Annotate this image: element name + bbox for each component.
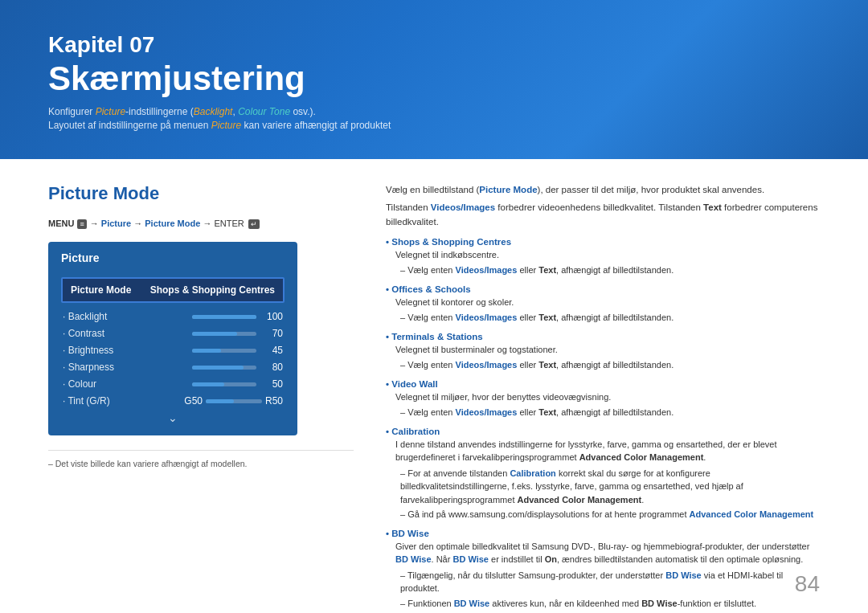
highlight-picture2: Picture xyxy=(211,120,241,131)
widget-row-label: Brightness xyxy=(63,345,113,356)
header-subtitle2: Layoutet af indstillingerne på menuen Pi… xyxy=(48,120,820,131)
enter-icon: ↵ xyxy=(248,219,260,229)
bullet-item: Offices & SchoolsVelegnet til kontorer o… xyxy=(386,284,820,325)
highlight-backlight: Backlight xyxy=(194,106,233,117)
widget-row-right: 80 xyxy=(192,362,283,373)
bullet-item: Terminals & StationsVelegnet til busterm… xyxy=(386,332,820,372)
page-header: Kapitel 07 Skærmjustering Konfigurer Pic… xyxy=(0,0,868,159)
sub-bullet: Funktionen BD Wise aktiveres kun, når en… xyxy=(400,597,820,611)
sub-bullet: Vælg enten Videos/Images eller Text, afh… xyxy=(400,406,820,419)
bullet-desc: Velegnet til kontorer og skoler. xyxy=(395,296,820,309)
bold-picture-mode: Picture Mode xyxy=(479,185,537,194)
bullet-desc: I denne tilstand anvendes indstillingern… xyxy=(395,438,820,464)
sub-highlight: Videos/Images xyxy=(456,265,518,275)
sub-highlight: Advanced Color Management xyxy=(690,509,814,519)
widget-row-value: 80 xyxy=(263,362,283,373)
widget-row: Contrast 70 xyxy=(61,328,285,339)
slider-fill xyxy=(192,315,256,319)
widget-row-value: 100 xyxy=(263,311,283,322)
sub-highlight2: BD Wise xyxy=(641,599,678,608)
sub-highlight: Videos/Images xyxy=(456,360,518,370)
slider-fill xyxy=(192,332,237,336)
widget-header: Picture xyxy=(61,251,285,269)
sub-bullet: Vælg enten Videos/Images eller Text, afh… xyxy=(400,264,820,277)
slider-bar xyxy=(192,366,256,370)
sub-highlight: BD Wise xyxy=(454,599,490,608)
widget-selected-label: Picture Mode xyxy=(71,284,131,296)
bullet-item: Video WallVelegnet til miljøer, hvor der… xyxy=(386,379,820,419)
sub-bullet: For at anvende tilstanden Calibration ko… xyxy=(400,467,820,507)
page-number: 84 xyxy=(795,571,820,597)
widget-row-right: 100 xyxy=(192,311,283,322)
widget-row: Colour 50 xyxy=(61,378,285,390)
menu-icon: ≡ xyxy=(77,219,86,229)
widget-row-right: 70 xyxy=(192,328,283,339)
tint-label: Tint (G/R) xyxy=(63,395,110,407)
menu-path: MENU ≡ → Picture → Picture Mode → ENTER … xyxy=(48,219,354,229)
tint-slider-fill xyxy=(206,399,234,403)
chevron-down-icon: ⌄ xyxy=(61,411,285,424)
widget-row-value: 50 xyxy=(263,378,283,390)
sub-highlight2: Text xyxy=(538,407,556,417)
bullet-item: CalibrationI denne tilstand anvendes ind… xyxy=(386,427,820,521)
tint-right: R50 xyxy=(265,395,283,407)
bullet-title: Video Wall xyxy=(386,379,820,389)
slider-fill xyxy=(192,366,244,370)
page-title: Skærmjustering xyxy=(48,59,820,98)
sub-highlight2: Text xyxy=(538,360,556,370)
slider-bar xyxy=(192,315,256,319)
tint-controls: G50 R50 xyxy=(184,395,283,407)
widget-row-right: 50 xyxy=(192,378,283,390)
widget-row-label: Colour xyxy=(63,378,96,390)
intro-text1: Vælg en billedtilstand (Picture Mode), d… xyxy=(386,183,820,197)
bullet-desc: Velegnet til miljøer, hvor der benyttes … xyxy=(395,390,820,404)
widget-row: Sharpness 80 xyxy=(61,362,285,373)
bullet-title: Shops & Shopping Centres xyxy=(386,237,820,247)
sub-bullet: Tilgængelig, når du tilslutter Samsung-p… xyxy=(400,569,820,595)
bullet-title: Calibration xyxy=(386,427,820,436)
sub-highlight: BD Wise xyxy=(665,570,702,580)
bullet-title: Offices & Schools xyxy=(386,284,820,294)
main-content: Picture Mode MENU ≡ → Picture → Picture … xyxy=(0,159,868,613)
tint-left: G50 xyxy=(184,395,203,407)
slider-bar xyxy=(192,382,256,386)
highlight-colourtone: Colour Tone xyxy=(238,106,290,117)
sub-bullet: Vælg enten Videos/Images eller Text, afh… xyxy=(400,311,820,325)
left-column: Picture Mode MENU ≡ → Picture → Picture … xyxy=(48,183,354,613)
sub-highlight: Videos/Images xyxy=(456,313,518,322)
widget-row-label: Sharpness xyxy=(63,362,114,373)
highlight-picture: Picture xyxy=(96,106,125,117)
widget-rows: Backlight 100 Contrast 70 Brightness 45 … xyxy=(61,311,285,390)
widget-row: Backlight 100 xyxy=(61,311,285,322)
slider-bar xyxy=(192,349,256,353)
bullet-item: BD WiseGiver den optimale billedkvalitet… xyxy=(386,529,820,611)
widget-row-right: 45 xyxy=(192,345,283,356)
bullets-container: Shops & Shopping CentresVelegnet til ind… xyxy=(386,237,820,611)
widget-row-label: Contrast xyxy=(63,328,104,339)
bullet-title: BD Wise xyxy=(386,529,820,538)
chapter-label: Kapitel 07 xyxy=(48,32,820,58)
widget-row: Brightness 45 xyxy=(61,345,285,356)
sub-bullet: Vælg enten Videos/Images eller Text, afh… xyxy=(400,358,820,372)
slider-fill xyxy=(192,382,224,386)
tint-row: Tint (G/R) G50 R50 xyxy=(61,395,285,407)
bullet-desc: Giver den optimale billedkvalitet til Sa… xyxy=(395,540,820,566)
sub-highlight: Calibration xyxy=(510,468,555,478)
bullet-title: Terminals & Stations xyxy=(386,332,820,341)
widget-selected-value: Shops & Shopping Centres xyxy=(150,284,275,296)
footnote: Det viste billede kan variere afhængigt … xyxy=(48,450,354,468)
intro-text2: Tilstanden Videos/Images forbedrer video… xyxy=(386,201,820,229)
header-subtitle1: Konfigurer Picture-indstillingerne (Back… xyxy=(48,106,820,117)
bullet-item: Shops & Shopping CentresVelegnet til ind… xyxy=(386,237,820,277)
sub-bullet: Gå ind på www.samsung.com/displaysolutio… xyxy=(400,508,820,521)
widget-row-value: 45 xyxy=(263,345,283,356)
picture-widget: Picture Picture Mode Shops & Shopping Ce… xyxy=(48,242,297,435)
sub-highlight2: Advanced Color Management xyxy=(518,495,642,505)
sub-highlight: Videos/Images xyxy=(456,407,518,417)
sub-highlight2: Text xyxy=(538,313,556,322)
slider-fill xyxy=(192,349,221,353)
bullet-desc: Velegnet til indkøbscentre. xyxy=(395,248,820,262)
slider-bar xyxy=(192,332,256,336)
bold-videos-images: Videos/Images xyxy=(431,202,495,212)
bullet-desc: Velegnet til busterminaler og togstation… xyxy=(395,343,820,357)
